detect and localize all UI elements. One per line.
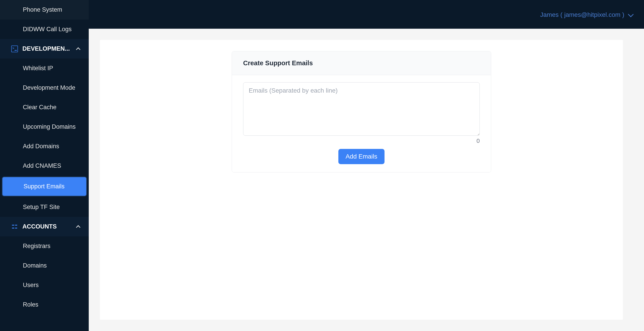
character-counter: 0 [243,137,480,144]
sidebar: Phone System DIDWW Call Logs DEVELOPMEN.… [0,0,89,331]
sidebar-item-label: Setup TF Site [23,204,60,210]
sidebar-item-roles[interactable]: Roles [0,295,89,314]
content-panel: Create Support Emails 0 Add Emails [100,40,623,320]
terminal-icon [11,46,18,52]
card-header: Create Support Emails [232,51,491,75]
sidebar-item-label: Add CNAMES [23,162,61,169]
sidebar-item-label: Phone System [23,6,62,13]
add-emails-button[interactable]: Add Emails [338,149,384,164]
sidebar-item-support-emails[interactable]: Support Emails [2,176,87,196]
sidebar-item-clear-cache[interactable]: Clear Cache [0,98,89,117]
sidebar-section-development[interactable]: DEVELOPMEN... [0,39,89,59]
sidebar-item-label: Clear Cache [23,104,56,111]
sidebar-item-label: Development Mode [23,84,75,91]
sidebar-item-didww-call-logs[interactable]: DIDWW Call Logs [0,20,89,39]
sidebar-section-label: ACCOUNTS [22,223,72,230]
button-label: Add Emails [346,153,377,160]
sidebar-item-development-mode[interactable]: Development Mode [0,78,89,98]
sidebar-item-label: Add Domains [23,143,59,150]
create-support-emails-card: Create Support Emails 0 Add Emails [232,51,491,172]
emails-textarea[interactable] [243,82,480,136]
sidebar-item-domains[interactable]: Domains [0,256,89,275]
sidebar-item-label: Whitelist IP [23,65,53,72]
main-content: Create Support Emails 0 Add Emails [89,29,634,331]
chevron-up-icon [76,47,80,52]
sidebar-item-setup-tf-site[interactable]: Setup TF Site [0,197,89,217]
user-menu[interactable]: James ( james@hitpixel.com ) [540,11,633,19]
sidebar-item-label: Support Emails [24,183,64,190]
sidebar-item-whitelist-ip[interactable]: Whitelist IP [0,59,89,78]
card-title: Create Support Emails [243,60,313,67]
sidebar-item-users[interactable]: Users [0,275,89,295]
sidebar-item-label: Registrars [23,243,50,249]
user-display: James ( james@hitpixel.com ) [540,11,624,19]
sidebar-item-label: Domains [23,262,47,269]
grid-icon [11,223,18,230]
sidebar-item-upcoming-domains[interactable]: Upcoming Domains [0,117,89,137]
button-row: Add Emails [243,149,480,164]
topbar: James ( james@hitpixel.com ) [0,0,644,29]
sidebar-item-add-cnames[interactable]: Add CNAMES [0,156,89,176]
chevron-down-icon [628,12,634,17]
counter-value: 0 [476,137,480,144]
sidebar-item-label: DIDWW Call Logs [23,26,72,33]
sidebar-item-phone-system[interactable]: Phone System [0,0,89,20]
sidebar-item-label: Upcoming Domains [23,123,76,130]
chevron-up-icon [76,225,80,230]
sidebar-section-accounts[interactable]: ACCOUNTS [0,217,89,236]
sidebar-item-add-domains[interactable]: Add Domains [0,137,89,156]
sidebar-item-label: Roles [23,301,38,308]
sidebar-item-label: Users [23,282,39,288]
sidebar-item-registrars[interactable]: Registrars [0,236,89,256]
card-body: 0 Add Emails [232,75,491,172]
sidebar-section-label: DEVELOPMEN... [22,45,72,52]
